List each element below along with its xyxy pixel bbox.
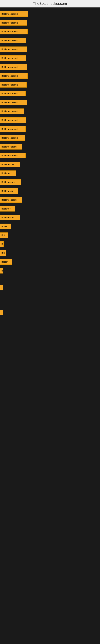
bar-row — [0, 304, 100, 308]
bottleneck-bar: Bottlen — [0, 259, 12, 265]
bottleneck-bar: Bottleneck result — [0, 108, 24, 114]
bottleneck-bar: Bottleneck result — [0, 73, 28, 79]
bar-row: Bottleneck result — [0, 62, 100, 72]
bar-row — [0, 300, 100, 304]
bar-row: Bottleneck re — [0, 160, 100, 169]
bar-row: Bottlen — [0, 258, 100, 266]
bar-row: Bottleneck result — [0, 80, 100, 89]
bar-row: B — [0, 266, 100, 275]
bottleneck-bar: Bottleneck result — [0, 135, 25, 141]
bar-row: Bottleneck result — [0, 124, 100, 134]
bar-row — [0, 275, 100, 279]
site-title: TheBottlenecker.com — [0, 0, 100, 8]
bar-row: Bott — [0, 231, 100, 240]
bottleneck-bar: Bot — [0, 250, 6, 256]
bar-row: Bottleneck result — [0, 10, 100, 18]
bottleneck-bar: Bottleneck r — [0, 188, 18, 194]
bar-row — [0, 296, 100, 300]
bottleneck-bar: B — [0, 268, 3, 274]
bar-row: Bottleneck result — [0, 72, 100, 80]
bar-row: | — [0, 283, 100, 292]
bottleneck-bar: Bottleneck result — [0, 11, 28, 17]
bar-row: Bottleneck — [0, 169, 100, 178]
bottleneck-bar: Bottleneck result — [0, 46, 27, 52]
bar-row — [0, 292, 100, 296]
bar-row: B — [0, 240, 100, 248]
bottleneck-bar: Bottle — [0, 224, 11, 229]
bottleneck-bar: Bottleneck result — [0, 64, 27, 70]
bar-row: | — [0, 308, 100, 317]
bottleneck-bar: Bottleneck result — [0, 55, 26, 61]
bottleneck-bar: B — [0, 241, 3, 247]
bar-row: Bottleneck result — [0, 98, 100, 107]
bar-row: Bottleneck result — [0, 54, 100, 62]
bottleneck-bar: Bottleneck — [0, 170, 16, 176]
bottleneck-bar: Bott — [0, 232, 8, 238]
bar-row: Bottleneck result — [0, 151, 100, 160]
bottleneck-bar: Bottleneck result — [0, 29, 28, 34]
bottleneck-bar: Bottleneck re — [0, 215, 20, 220]
bar-row: Bot — [0, 248, 100, 258]
bottleneck-bar: Bottleneck resu — [0, 197, 22, 203]
bar-row: Bottleneck resu — [0, 196, 100, 204]
bar-row: Bottleneck result — [0, 116, 100, 124]
bottleneck-bar: Bottleneck result — [0, 82, 27, 88]
bottleneck-bar: Bottleneck result — [0, 126, 26, 132]
bottleneck-bar: Bottleneck re — [0, 162, 20, 167]
bar-row: Bottleneck result — [0, 27, 100, 36]
bottleneck-bar: | — [0, 310, 3, 315]
bar-row: Bottleneck result — [0, 134, 100, 142]
bar-row: Bottleneck result — [0, 89, 100, 98]
bar-row: Bottle — [0, 222, 100, 231]
bottleneck-bar: Bottleneck resu — [0, 144, 22, 150]
bars-container: Bottleneck resultBottleneck resultBottle… — [0, 8, 100, 319]
bar-row: Bottlenec — [0, 204, 100, 213]
bar-row: Bottleneck resu — [0, 142, 100, 151]
bottleneck-bar: Bottleneck res — [0, 179, 21, 185]
bar-row: Bottleneck result — [0, 18, 100, 27]
bottleneck-bar: Bottleneck result — [0, 38, 26, 43]
bar-row: Bottleneck result — [0, 36, 100, 45]
bar-row — [0, 279, 100, 283]
bottleneck-bar: Bottlenec — [0, 206, 15, 212]
bar-row: Bottleneck result — [0, 107, 100, 116]
bottleneck-bar: Bottleneck result — [0, 153, 26, 158]
bar-row: Bottleneck result — [0, 45, 100, 54]
bottleneck-bar: Bottleneck result — [0, 117, 26, 123]
bottleneck-bar: | — [0, 285, 3, 290]
bottleneck-bar: Bottleneck result — [0, 100, 27, 105]
bar-row: Bottleneck res — [0, 178, 100, 186]
bottleneck-bar: Bottleneck result — [0, 20, 27, 26]
bottleneck-bar: Bottleneck result — [0, 91, 26, 96]
bar-row: Bottleneck re — [0, 213, 100, 222]
bar-row: Bottleneck r — [0, 186, 100, 196]
